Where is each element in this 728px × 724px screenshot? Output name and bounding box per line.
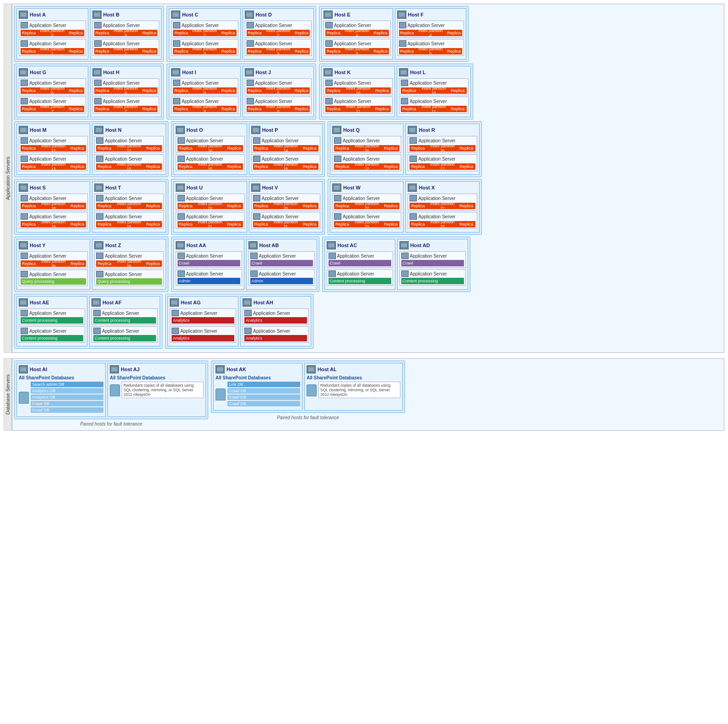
host-a: Host A Application Server Replica Index … [16,8,88,59]
small-server-icon [96,195,103,201]
small-server-icon [325,40,333,47]
host-pair-ij: Host I Application Server ReplicaIndex p… [167,64,316,119]
host-ad: Host AD Application Server Crawl Applica… [397,239,468,290]
host-x: Host X Application Server ReplicaIndex p… [405,181,479,232]
small-server-icon [244,328,252,334]
db-item: Analytics DB [31,394,103,400]
server-icon [171,68,180,76]
server-icon [307,365,316,373]
small-server-icon [334,137,341,144]
host-m: Host M Application Server ReplicaIndex p… [16,124,90,175]
server-icon [408,126,417,134]
server-icon [176,241,185,249]
small-server-icon [21,310,28,316]
replica-bar-right: Replica [67,48,84,54]
small-server-icon [247,22,254,28]
hosts-row-6: Host AE Application Server Content proce… [14,294,722,349]
server-icon [248,241,258,249]
host-k: Host K Application Server ReplicaIndex p… [321,66,395,117]
server-icon [19,298,28,307]
host-u: Host U Application Server ReplicaIndex p… [173,181,247,232]
db-cylinder-icon [307,384,317,396]
index-bar: Index partition 0 [37,30,67,36]
small-server-icon [21,40,28,47]
host-pair-ag-ah: Host AG Application Server Analytics App… [165,294,313,349]
server-icon [408,184,417,192]
small-server-icon [21,195,28,201]
page: Application Servers Host A [0,0,728,440]
db-cylinder-icon [110,384,120,396]
hosts-row-3: Host M Application Server ReplicaIndex p… [14,121,722,177]
db-hosts-row: Host AI All SharePoint Databases Search … [14,361,722,427]
small-server-icon [96,137,103,144]
hosts-row-1: Host A Application Server Replica Index … [14,6,722,62]
server-icon [19,126,28,134]
small-server-icon [401,98,408,104]
paired-label-2: Paired hosts for fault tolerance [211,415,405,420]
host-pair-st: Host S Application Server ReplicaIndex p… [14,179,168,235]
server-icon [92,68,102,76]
small-server-icon [253,137,260,144]
app-servers-content: Host A Application Server Replica Index … [12,4,724,353]
host-ak: Host AK All SharePoint Databases Link DB… [213,363,302,411]
small-server-icon [250,270,258,277]
small-server-icon [173,22,180,28]
db-item: Crawl DB [31,401,103,406]
host-a-server1: Application Server Replica Index partiti… [19,21,86,38]
small-server-icon [329,270,336,277]
small-server-icon [94,40,102,47]
host-aj: Host AJ All SharePoint Databases Redunda… [108,363,206,417]
host-pair-ef: Host E Application Server Replica Index … [319,6,469,62]
db-servers-label: Database Servers [4,358,12,431]
small-server-icon [94,22,102,28]
host-e: Host E Application Server Replica Index … [321,8,393,59]
small-server-icon [96,271,103,277]
server-icon [19,365,28,373]
small-server-icon [329,253,336,259]
db-item: Analytics DB [31,388,103,394]
host-d: Host D Application Server Replica Index … [243,8,314,59]
db-servers-section: Database Servers Host AI All SharePoint … [4,358,724,431]
host-pair-gh: Host G Application Server ReplicaIndex p… [14,64,164,119]
host-a-title: Host A [30,12,46,17]
host-v: Host V Application Server ReplicaIndex p… [249,181,323,232]
host-w: Host W Application Server ReplicaIndex p… [330,181,404,232]
server-icon [19,241,28,249]
host-t: Host T Application Server ReplicaIndex p… [92,181,166,232]
small-server-icon [178,253,185,259]
server-icon [19,11,28,19]
small-server-icon [178,195,185,201]
db-item: Link DB [227,382,300,387]
host-af: Host AF Application Server Content proce… [89,296,160,346]
small-server-icon [21,253,28,259]
db-pair-group-2: Host AK All SharePoint Databases Link DB… [211,361,405,427]
small-server-icon [247,80,254,86]
server-icon [251,126,260,134]
host-n: Host N Application Server ReplicaIndex p… [92,124,166,175]
small-server-icon [94,80,102,86]
small-server-icon [253,195,260,201]
server-icon [399,241,409,249]
db-redundant-text: Redundant copies of all databases using … [122,382,204,398]
server-icon [170,298,179,307]
replica-bar-right: Replica [67,30,84,36]
server-icon [94,126,103,134]
small-server-icon [21,22,28,28]
host-pair-ac-ad: Host AC Application Server Crawl Applica… [322,237,470,292]
small-server-icon [94,98,102,104]
server-icon [245,68,254,76]
db-item: Crawl DB [31,407,103,413]
replica-bar: Replica [21,48,37,54]
small-server-icon [250,253,258,259]
db-pair-group-1: Host AI All SharePoint Databases Search … [14,361,208,427]
server-icon [110,365,119,373]
host-ah: Host AH Application Server Analytics App… [240,296,311,346]
small-server-icon [253,213,260,220]
host-b-title: Host B [103,12,119,17]
app-servers-label: Application Servers [4,4,12,353]
db-servers-content: Host AI All SharePoint Databases Search … [12,358,724,431]
small-server-icon [410,195,417,201]
small-server-icon [96,156,103,162]
replica-bar: Replica [21,30,37,36]
host-pair-ae-af: Host AE Application Server Content proce… [14,294,162,349]
